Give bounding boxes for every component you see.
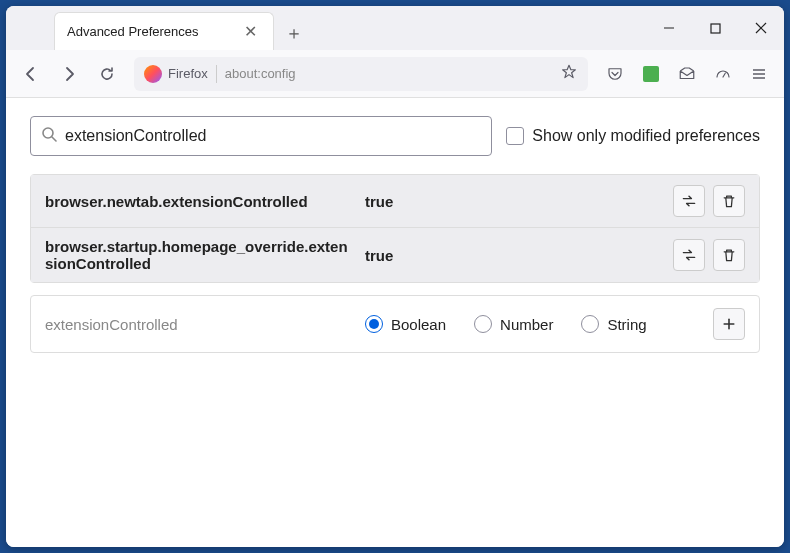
back-button[interactable] [14,57,48,91]
inbox-icon[interactable] [670,57,704,91]
pref-row[interactable]: browser.startup.homepage_override.extens… [31,227,759,282]
radio-label: Boolean [391,316,446,333]
new-tab-button[interactable]: ＋ [278,16,310,50]
pref-row[interactable]: browser.newtab.extensionControlled true [31,175,759,227]
forward-button[interactable] [52,57,86,91]
firefox-logo-icon [144,65,162,83]
close-tab-icon[interactable]: ✕ [240,20,261,43]
new-pref-row: extensionControlled Boolean Number Strin… [30,295,760,353]
extension-icon[interactable] [634,57,668,91]
tab-title: Advanced Preferences [67,24,232,39]
new-pref-name: extensionControlled [45,316,355,333]
delete-button[interactable] [713,239,745,271]
reload-button[interactable] [90,57,124,91]
close-window-button[interactable] [738,6,784,50]
url-bar[interactable]: Firefox about:config [134,57,588,91]
search-icon [41,126,57,146]
titlebar: Advanced Preferences ✕ ＋ [6,6,784,50]
radio-label: String [607,316,646,333]
navigation-toolbar: Firefox about:config [6,50,784,98]
pref-value: true [365,193,663,210]
toggle-button[interactable] [673,185,705,217]
delete-button[interactable] [713,185,745,217]
pocket-icon[interactable] [598,57,632,91]
add-button[interactable] [713,308,745,340]
url-text: about:config [225,66,552,81]
maximize-button[interactable] [692,6,738,50]
bookmark-star-icon[interactable] [560,63,578,85]
type-radio-group: Boolean Number String [365,315,703,333]
window-controls [646,6,784,50]
identity-label: Firefox [168,66,208,81]
radio-icon [474,315,492,333]
pref-name: browser.newtab.extensionControlled [45,193,355,210]
search-box[interactable] [30,116,492,156]
search-input[interactable] [65,127,481,145]
show-modified-checkbox[interactable]: Show only modified preferences [506,127,760,145]
identity-box[interactable]: Firefox [144,65,208,83]
browser-tab[interactable]: Advanced Preferences ✕ [54,12,274,50]
preferences-table: browser.newtab.extensionControlled true … [30,174,760,283]
performance-icon[interactable] [706,57,740,91]
svg-rect-1 [711,24,720,33]
radio-icon [365,315,383,333]
menu-button[interactable] [742,57,776,91]
radio-icon [581,315,599,333]
about-config-content: Show only modified preferences browser.n… [6,98,784,547]
radio-label: Number [500,316,553,333]
separator [216,65,217,83]
checkbox-icon [506,127,524,145]
minimize-button[interactable] [646,6,692,50]
pref-value: true [365,247,663,264]
toggle-button[interactable] [673,239,705,271]
radio-number[interactable]: Number [474,315,553,333]
pref-name: browser.startup.homepage_override.extens… [45,238,355,272]
checkbox-label-text: Show only modified preferences [532,127,760,145]
radio-boolean[interactable]: Boolean [365,315,446,333]
radio-string[interactable]: String [581,315,646,333]
svg-line-8 [52,137,56,141]
